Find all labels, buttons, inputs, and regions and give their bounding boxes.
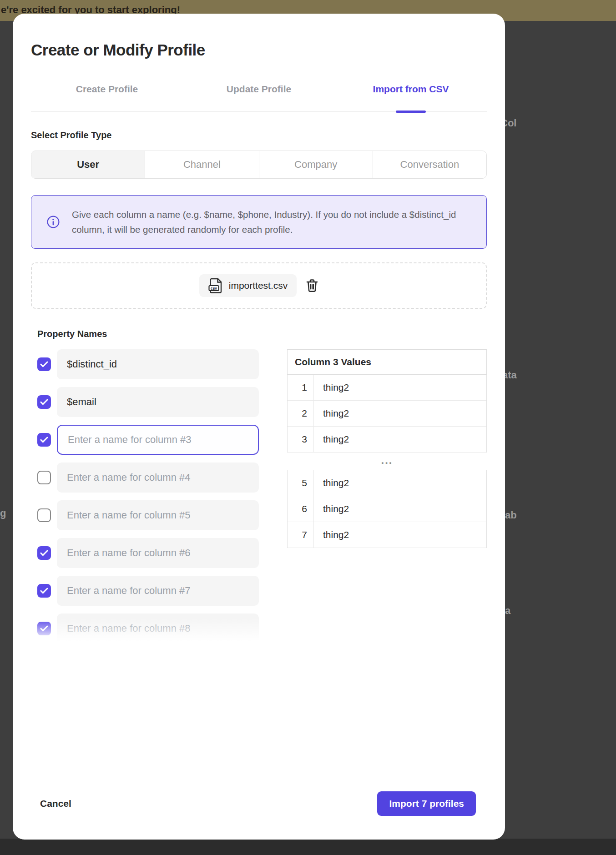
column-3-name-input[interactable] — [57, 425, 259, 455]
property-row-8 — [37, 614, 259, 644]
row-number: 6 — [288, 496, 314, 522]
info-callout: Give each column a name (e.g. $name, $ph… — [31, 195, 487, 249]
profile-type-user[interactable]: User — [31, 151, 145, 178]
column-2-name-input[interactable] — [57, 387, 259, 417]
preview-rows-bottom: 5 thing2 6 thing2 7 thing2 — [287, 470, 487, 548]
background-text-fragment: g — [0, 508, 6, 519]
table-row: 1 thing2 — [288, 375, 486, 401]
column-7-checkbox[interactable] — [37, 584, 51, 598]
modal-title: Create or Modify Profile — [31, 14, 487, 59]
column-4-name-input[interactable] — [57, 463, 259, 493]
table-row: 7 thing2 — [288, 522, 486, 548]
property-row-7 — [37, 576, 259, 606]
profile-type-label: Select Profile Type — [31, 130, 487, 141]
profile-type-segmented-control: User Channel Company Conversation — [31, 151, 487, 179]
info-icon — [47, 216, 60, 228]
preview-rows-top: 1 thing2 2 thing2 3 thing2 — [287, 375, 487, 453]
row-value: thing2 — [314, 522, 486, 548]
profile-type-conversation[interactable]: Conversation — [373, 151, 486, 178]
property-row-5 — [37, 500, 259, 530]
row-value: thing2 — [314, 427, 486, 452]
cancel-button[interactable]: Cancel — [40, 798, 71, 809]
profile-type-company[interactable]: Company — [259, 151, 373, 178]
property-list — [37, 349, 259, 645]
property-row-3 — [37, 425, 259, 455]
tab-create-profile[interactable]: Create Profile — [31, 84, 183, 111]
tab-update-profile[interactable]: Update Profile — [183, 84, 335, 111]
row-value: thing2 — [314, 375, 486, 400]
tab-import-from-csv[interactable]: Import from CSV — [335, 84, 487, 111]
column-1-name-input[interactable] — [57, 349, 259, 379]
trash-icon — [306, 279, 318, 292]
property-row-2 — [37, 387, 259, 417]
property-names-label: Property Names — [37, 329, 487, 339]
row-number: 3 — [288, 427, 314, 452]
column-3-checkbox[interactable] — [37, 433, 51, 447]
column-6-name-input[interactable] — [57, 538, 259, 568]
table-row: 2 thing2 — [288, 401, 486, 427]
uploaded-file-name: importtest.csv — [229, 280, 288, 291]
row-number: 1 — [288, 375, 314, 400]
background-bottom-strip — [0, 839, 616, 855]
column-6-checkbox[interactable] — [37, 546, 51, 560]
property-row-4 — [37, 463, 259, 493]
column-4-checkbox[interactable] — [37, 471, 51, 484]
property-row-1 — [37, 349, 259, 379]
column-2-checkbox[interactable] — [37, 395, 51, 409]
csv-dropzone[interactable]: csv importtest.csv — [31, 262, 487, 309]
column-values-preview: Column 3 Values 1 thing2 2 thing2 3 thin… — [287, 349, 487, 645]
row-value: thing2 — [314, 401, 486, 426]
column-5-checkbox[interactable] — [37, 508, 51, 522]
profile-type-channel[interactable]: Channel — [145, 151, 258, 178]
create-modify-profile-modal: Create or Modify Profile Create Profile … — [13, 14, 505, 840]
column-1-checkbox[interactable] — [37, 357, 51, 371]
column-8-checkbox[interactable] — [37, 622, 51, 635]
table-row: 6 thing2 — [288, 496, 486, 522]
background-text-fragment: a — [505, 605, 510, 617]
column-8-name-input[interactable] — [57, 614, 259, 644]
import-profiles-button[interactable]: Import 7 profiles — [377, 791, 476, 816]
table-row: 5 thing2 — [288, 470, 486, 496]
column-7-name-input[interactable] — [57, 576, 259, 606]
csv-file-icon: csv — [208, 278, 223, 293]
table-row: 3 thing2 — [288, 427, 486, 453]
preview-table-header: Column 3 Values — [287, 349, 487, 375]
row-number: 7 — [288, 522, 314, 548]
info-text: Give each column a name (e.g. $name, $ph… — [72, 207, 456, 237]
column-5-name-input[interactable] — [57, 500, 259, 530]
remove-file-button[interactable] — [306, 279, 318, 292]
uploaded-file-chip[interactable]: csv importtest.csv — [199, 274, 297, 297]
row-number: 5 — [288, 470, 314, 496]
svg-text:csv: csv — [211, 286, 217, 291]
modal-footer: Cancel Import 7 profiles — [13, 791, 505, 816]
row-number: 2 — [288, 401, 314, 426]
row-value: thing2 — [314, 470, 486, 496]
property-row-6 — [37, 538, 259, 568]
row-value: thing2 — [314, 496, 486, 522]
rows-ellipsis: ... — [287, 453, 487, 470]
tab-bar: Create Profile Update Profile Import fro… — [31, 84, 487, 112]
